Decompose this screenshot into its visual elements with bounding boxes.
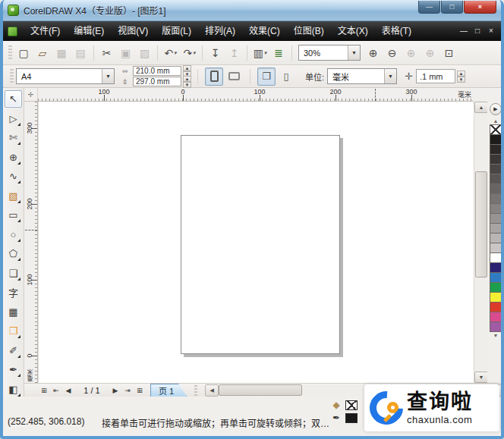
palette-swatch[interactable] [490,193,502,204]
new-document-button[interactable]: ▢ [15,44,33,61]
landscape-button[interactable] [225,67,243,86]
scroll-up-button[interactable]: ▲ [474,102,488,113]
palette-swatch[interactable] [490,174,502,184]
print-button[interactable]: ▤ [72,44,90,61]
scroll-down-button[interactable]: ▼ [474,372,488,383]
last-page-button[interactable]: ⇥ [121,384,134,397]
palette-swatch[interactable] [490,213,502,224]
scroll-left-button[interactable]: ◀ [205,384,219,397]
nudge-spinner[interactable]: ▲▼ [457,71,465,83]
menu-edit[interactable]: 编辑(E) [67,22,111,41]
vertical-ruler[interactable]: 毫米3002001000 [24,102,38,383]
splitter-handle[interactable] [194,385,197,396]
propbar-grip[interactable] [10,69,14,84]
menu-view[interactable]: 视图(V) [111,22,155,41]
palette-swatch[interactable] [490,183,502,194]
all-pages-button[interactable]: ❒ [257,67,276,86]
undo-button[interactable]: ↶▾ [162,44,179,61]
nudge-offset-field[interactable]: .1 mm [416,69,455,83]
smart-fill-tool[interactable]: ▧ [5,187,22,205]
palette-swatch[interactable] [490,252,502,263]
palette-swatch[interactable] [490,243,502,253]
zoom-to-all-button[interactable]: ⊕ [421,44,439,61]
horizontal-scroll-thumb[interactable] [219,384,302,396]
page-tab-1[interactable]: 页 1 [150,384,187,397]
zoom-out-button[interactable]: ⊖ [383,44,401,61]
minimize-button[interactable]: — [418,1,440,14]
palette-swatch[interactable] [490,124,502,135]
menu-effects[interactable]: 效果(C) [242,22,287,41]
export-button[interactable]: ↥ [225,44,243,61]
doc-close-button[interactable]: × [484,24,498,38]
eyedropper-tool[interactable]: ✐ [5,342,22,359]
chevron-down-icon[interactable]: ▼ [102,69,114,83]
rectangle-tool[interactable]: ▭ [5,206,22,224]
paper-preset-combo[interactable]: A4 ▼ [16,68,115,84]
palette-swatch[interactable] [490,203,502,214]
drawing-canvas[interactable] [38,102,474,383]
table-tool[interactable]: ▦ [5,303,22,321]
palette-swatch[interactable] [490,312,502,322]
palette-swatch[interactable] [490,282,502,293]
chevron-down-icon[interactable]: ▼ [384,69,396,83]
copy-button[interactable]: ▣ [117,44,134,61]
zoom-in-button[interactable]: ⊕ [364,44,382,61]
paper-height-spinner[interactable]: ▲▼ [183,76,191,88]
polygon-tool[interactable]: ⬠ [5,245,22,262]
fill-tool[interactable]: ◧ [5,381,22,398]
menu-file[interactable]: 文件(F) [24,22,67,41]
add-page-button-2[interactable]: ⊞ [134,384,146,397]
open-button[interactable]: ▱ [34,44,52,61]
pick-tool[interactable]: ↖ [5,90,22,108]
palette-swatch[interactable] [490,321,502,332]
add-page-button[interactable]: ⊞ [38,384,50,397]
blend-tool[interactable]: ❒ [5,322,22,340]
crop-tool[interactable]: ✄ [5,129,22,146]
palette-swatch[interactable] [490,164,502,174]
menu-arrange[interactable]: 排列(A) [198,22,242,41]
basic-shapes-tool[interactable]: ❑ [5,265,22,282]
palette-swatch[interactable] [490,292,502,303]
first-page-button[interactable]: ⇤ [50,384,62,397]
freehand-tool[interactable]: ∿ [5,168,22,185]
cut-button[interactable]: ✂ [98,44,115,61]
ellipse-tool[interactable]: ○ [5,226,22,243]
paper-width-field[interactable]: 210.0 mm [133,66,181,76]
import-button[interactable]: ↧ [206,44,224,61]
palette-swatch[interactable] [490,134,502,145]
fill-status-indicator[interactable]: ◆ [331,400,358,410]
current-page-button[interactable]: ▯ [277,67,295,86]
vertical-scrollbar[interactable]: ▲ ▼ [474,102,487,383]
outline-tool[interactable]: ✒ [5,361,22,378]
zoom-level-combo[interactable]: 30% ▼ [298,45,361,61]
application-launcher-button[interactable]: ▥▾ [251,44,269,61]
welcome-screen-button[interactable]: ≣ [270,44,288,61]
palette-swatch[interactable] [490,223,502,234]
palette-swatch[interactable] [490,272,502,283]
zoom-to-page-button[interactable]: ⊡ [440,44,458,61]
redo-button[interactable]: ↷▾ [181,44,198,61]
menu-layout[interactable]: 版面(L) [155,22,198,41]
next-page-button[interactable]: ▶ [109,384,121,397]
zoom-to-selected-button[interactable]: ⊕ [402,44,420,61]
chevron-down-icon[interactable]: ▼ [348,45,360,60]
menu-table[interactable]: 表格(T) [375,22,418,41]
save-button[interactable]: ▦ [53,44,71,61]
palette-swatch[interactable] [490,144,502,155]
previous-page-button[interactable]: ◀ [62,384,74,397]
outline-status-indicator[interactable]: ✒ [331,412,358,423]
close-button[interactable]: × [464,1,496,14]
title-bar[interactable]: CorelDRAW X4（专业版）- [图形1] — □ × [3,0,501,21]
palette-swatch[interactable] [490,262,502,273]
palette-swatch[interactable] [490,302,502,312]
zoom-tool[interactable]: ⊕ [5,149,22,166]
palette-flyout-button[interactable]: ▶ [490,103,502,115]
units-combo[interactable]: 毫米 ▼ [327,68,397,84]
paper-height-field[interactable]: 297.0 mm [133,77,181,86]
menu-text[interactable]: 文本(X) [331,22,375,41]
doc-restore-button[interactable]: □ [471,24,484,38]
ruler-origin-corner[interactable]: ✛ [24,88,38,102]
shape-tool[interactable]: ▷ [5,110,22,127]
paste-button[interactable]: ▨ [136,44,153,61]
menu-bitmaps[interactable]: 位图(B) [287,22,331,41]
